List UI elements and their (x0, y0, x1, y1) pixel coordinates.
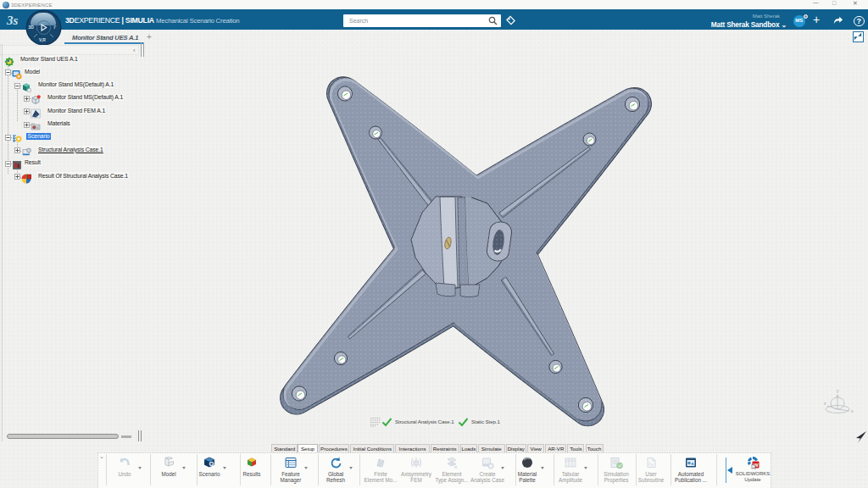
svg-text:z: z (824, 401, 826, 406)
svg-text:x: x (851, 408, 854, 413)
svg-text:y: y (837, 388, 839, 393)
